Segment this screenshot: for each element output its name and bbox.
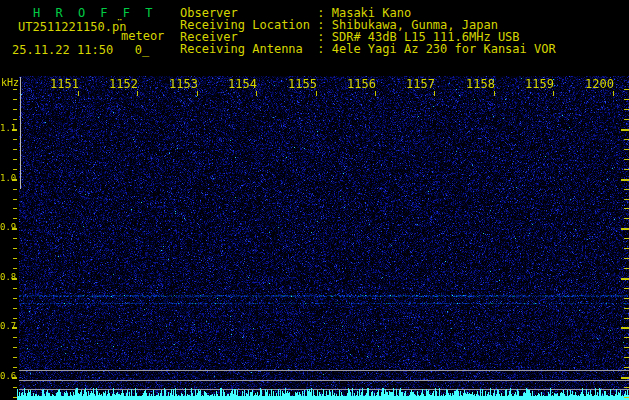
spectrogram-canvas: [0, 76, 629, 400]
freq-tick-label: 0.9: [0, 223, 13, 232]
time-tick-label: 1152: [108, 78, 138, 90]
info-receiving-antenna: Receiving Antenna : 4ele Yagi Az 230 for…: [180, 43, 556, 55]
time-tick-label: 1158: [465, 78, 495, 90]
station-name: meteor: [121, 30, 164, 42]
freq-tick-label: 1.1: [0, 124, 13, 133]
time-tick-label: 1154: [227, 78, 257, 90]
time-tick-label: 1156: [346, 78, 376, 90]
freq-tick-label: 0.6: [0, 372, 13, 381]
hrofft-window: H R O F F T UT2511221150.pn ¨ meteor 25.…: [0, 0, 629, 400]
time-tick-label: 1155: [287, 78, 317, 90]
time-tick-label: 1200: [584, 78, 614, 90]
freq-tick-label: 0.8: [0, 273, 13, 282]
time-tick-label: 1153: [168, 78, 198, 90]
time-tick-label: 1151: [49, 78, 79, 90]
output-filename: UT2511221150.pn: [18, 21, 126, 33]
freq-tick-label: 0.7: [0, 322, 13, 331]
freq-unit-label: kHz: [1, 78, 19, 88]
time-tick-label: 1159: [524, 78, 554, 90]
time-tick-label: 1157: [405, 78, 435, 90]
app-title: H R O F F T: [33, 7, 156, 19]
freq-tick-label: 1.0: [0, 174, 13, 183]
datetime-status: 25.11.22 11:50 0_: [12, 44, 149, 56]
